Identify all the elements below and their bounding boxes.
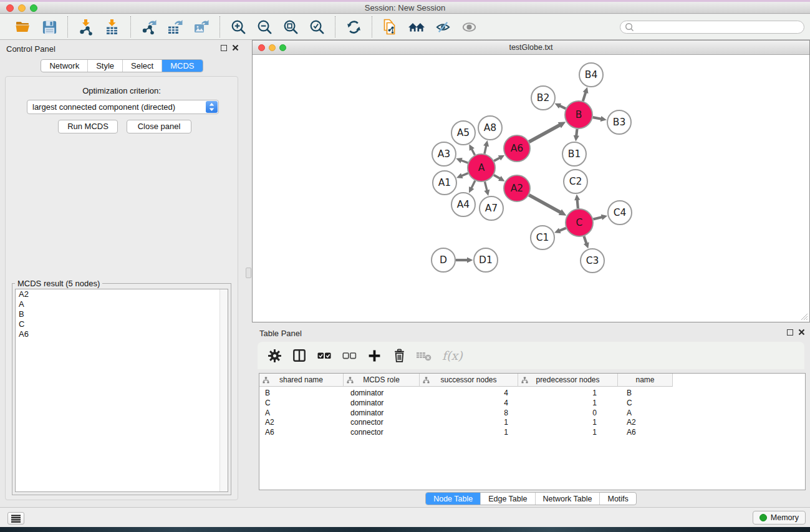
search-input[interactable] — [635, 23, 804, 32]
new-network-from-selection-button[interactable] — [377, 16, 403, 37]
graph-edge-A2-C[interactable] — [529, 195, 561, 213]
table-row[interactable]: Bdominator41B — [259, 389, 805, 399]
refresh-view-button[interactable] — [340, 16, 367, 37]
mcds-result-item[interactable]: A — [16, 299, 228, 309]
table-cell[interactable]: 4 — [420, 399, 518, 409]
graph-node-A5[interactable]: A5 — [451, 121, 475, 145]
mcds-result-item[interactable]: A6 — [16, 329, 228, 339]
delete-column-button[interactable] — [391, 347, 407, 364]
mcds-result-item[interactable]: A2 — [16, 289, 228, 299]
table-cell[interactable]: 1 — [420, 428, 518, 438]
column-header-shared-name[interactable]: shared name — [259, 374, 344, 387]
table-cell[interactable]: A — [618, 409, 673, 418]
export-image-button[interactable] — [188, 16, 215, 37]
graph-node-C3[interactable]: C3 — [581, 249, 604, 273]
graph-node-C2[interactable]: C2 — [564, 170, 587, 193]
tab-edge-table[interactable]: Edge Table — [480, 493, 534, 505]
table-cell[interactable]: C — [259, 399, 344, 409]
tab-mcds[interactable]: MCDS — [162, 60, 202, 72]
mcds-result-item[interactable]: B — [16, 309, 228, 319]
table-cell[interactable]: 8 — [420, 409, 518, 418]
network-graph[interactable]: B4B2BB3A8A5A6A3B1AA1C2A2A4A7C4CC1C3DD1 — [253, 55, 809, 322]
import-network-button[interactable] — [73, 16, 99, 37]
column-header-name[interactable]: name — [618, 374, 673, 387]
table-row[interactable]: Adominator80A — [259, 409, 805, 418]
houses-button[interactable] — [403, 16, 430, 37]
table-cell[interactable]: A — [259, 409, 344, 418]
mcds-result-list[interactable]: A2ABCA6 — [15, 289, 228, 492]
export-table-button[interactable] — [162, 16, 188, 37]
zoom-out-button[interactable] — [251, 16, 277, 37]
graph-edge-B-B1[interactable] — [576, 129, 577, 136]
graph-edge-A-A7[interactable] — [485, 181, 487, 191]
show-column-button[interactable] — [291, 347, 307, 364]
float-table-panel-icon[interactable] — [787, 329, 793, 336]
graph-node-A8[interactable]: A8 — [478, 116, 502, 140]
graph-edge-A-A1[interactable] — [461, 173, 468, 176]
column-header-predecessor-nodes[interactable]: predecessor nodes — [518, 374, 618, 387]
float-panel-icon[interactable] — [221, 45, 227, 51]
close-panel-button[interactable]: Close panel — [127, 120, 191, 133]
table-cell[interactable]: 1 — [518, 399, 618, 409]
graph-edge-A-A4[interactable] — [471, 181, 475, 188]
graph-node-A2[interactable]: A2 — [504, 175, 530, 201]
mcds-result-item[interactable]: C — [16, 319, 228, 329]
graph-edge-C-C4[interactable] — [593, 217, 602, 220]
graph-node-D[interactable]: D — [432, 248, 455, 272]
tab-node-table[interactable]: Node Table — [426, 493, 480, 505]
zoom-in-button[interactable] — [225, 16, 251, 37]
tab-network[interactable]: Network — [41, 60, 87, 72]
graph-node-A7[interactable]: A7 — [480, 196, 503, 220]
graph-node-A3[interactable]: A3 — [432, 142, 456, 166]
table-cell[interactable]: 0 — [518, 409, 618, 418]
table-cell[interactable]: 1 — [420, 418, 518, 428]
run-mcds-button[interactable]: Run MCDS — [58, 120, 118, 133]
graph-edge-B-B3[interactable] — [593, 117, 602, 119]
graph-node-A4[interactable]: A4 — [451, 193, 475, 216]
resize-grip-icon[interactable] — [799, 312, 808, 321]
tab-select[interactable]: Select — [122, 60, 162, 72]
result-list-scrollbar[interactable] — [219, 289, 228, 491]
graph-node-D1[interactable]: D1 — [474, 248, 498, 272]
table-cell[interactable]: connector — [344, 428, 420, 438]
table-cell[interactable]: A6 — [618, 428, 673, 438]
close-table-panel-icon[interactable] — [798, 329, 805, 336]
task-history-button[interactable] — [7, 512, 24, 525]
graph-node-C[interactable]: C — [566, 209, 593, 236]
table-cell[interactable]: A6 — [259, 428, 344, 438]
show-graphics-details-button[interactable] — [456, 16, 482, 37]
memory-button[interactable]: Memory — [753, 511, 806, 525]
node-table[interactable]: shared nameMCDS rolesuccessor nodesprede… — [259, 373, 806, 490]
tab-motifs[interactable]: Motifs — [599, 493, 635, 505]
table-row[interactable]: A6connector11A6 — [259, 428, 805, 438]
network-canvas[interactable]: B4B2BB3A8A5A6A3B1AA1C2A2A4A7C4CC1C3DD1 — [253, 55, 809, 322]
graph-node-A6[interactable]: A6 — [504, 135, 530, 162]
graph-edge-A6-B[interactable] — [529, 125, 560, 142]
column-header-successor-nodes[interactable]: successor nodes — [420, 374, 518, 387]
graph-edge-C-C2[interactable] — [577, 200, 578, 208]
graph-edge-A-A2[interactable] — [494, 175, 500, 179]
tab-style[interactable]: Style — [87, 60, 122, 72]
column-settings-button[interactable] — [266, 347, 282, 364]
save-session-button[interactable] — [36, 16, 62, 37]
graph-edge-A-A6[interactable] — [494, 158, 500, 161]
open-session-button[interactable] — [10, 16, 36, 37]
graph-node-B[interactable]: B — [565, 101, 592, 128]
graph-node-B3[interactable]: B3 — [607, 110, 631, 134]
table-cell[interactable]: dominator — [344, 399, 420, 409]
table-cell[interactable]: B — [259, 389, 344, 399]
graph-edge-B-B2[interactable] — [559, 105, 566, 109]
graph-node-B1[interactable]: B1 — [562, 142, 586, 166]
graph-node-C1[interactable]: C1 — [531, 226, 554, 249]
show-all-columns-button[interactable] — [316, 347, 332, 364]
panel-split-grip[interactable] — [246, 268, 251, 278]
import-table-button[interactable] — [99, 16, 125, 37]
graph-edge-A-A5[interactable] — [471, 149, 475, 155]
table-cell[interactable]: A2 — [259, 418, 344, 428]
zoom-selected-button[interactable] — [304, 16, 330, 37]
graph-node-C4[interactable]: C4 — [608, 201, 632, 225]
table-cell[interactable]: connector — [344, 418, 420, 428]
table-cell[interactable]: C — [618, 399, 673, 409]
criterion-dropdown[interactable]: largest connected component (directed) — [27, 100, 219, 114]
graph-edge-A-A3[interactable] — [461, 160, 468, 163]
